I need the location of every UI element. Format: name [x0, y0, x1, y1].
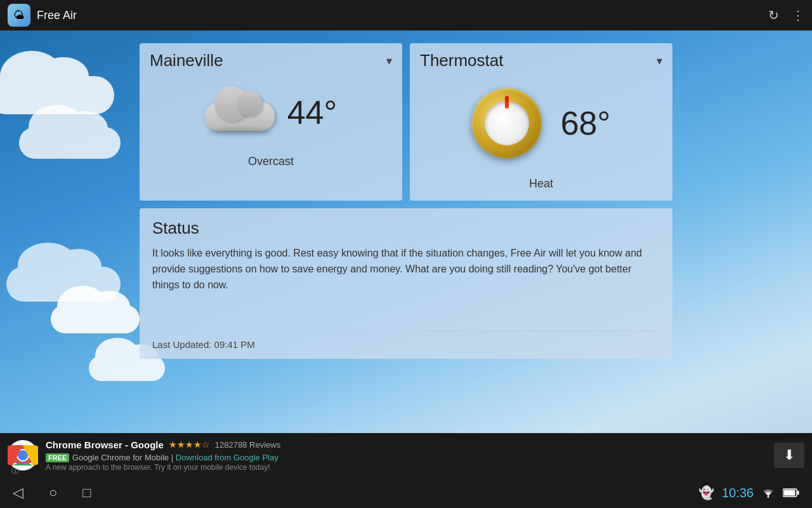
thermostat-device-name[interactable]: Thermostat — [420, 51, 504, 70]
weather-body: 44° — [140, 76, 402, 155]
thermostat-mode: Heat — [410, 177, 672, 201]
status-text: It looks like everything is good. Rest e… — [152, 246, 660, 331]
ad-stars: ★★★★☆ — [169, 439, 210, 450]
thermostat-temperature: 68° — [561, 104, 611, 142]
cloud-shadow — [208, 128, 272, 136]
svg-point-4 — [768, 496, 769, 498]
status-footer: Last Updated: 09:41 PM — [152, 331, 660, 359]
ad-download-link[interactable]: Download from Google Play — [176, 453, 278, 462]
top-bar: 🌤 Free Air ↻ ⋮ — [0, 0, 812, 30]
recent-apps-button[interactable]: □ — [82, 485, 91, 501]
ad-app-name: Chrome Browser - Google — [46, 439, 164, 450]
thermostat-card-header: Thermostat ▾ — [410, 43, 672, 76]
app-title: Free Air — [37, 9, 768, 22]
bottom-right: 👻 10:36 — [698, 485, 799, 500]
info-dot: ⓘ — [11, 465, 19, 476]
dial-indicator — [505, 96, 509, 109]
ad-subtitle-row: FREE Google Chrome for Mobile | Download… — [46, 451, 766, 463]
ad-free-badge: FREE — [46, 453, 69, 462]
ghost-icon: 👻 — [698, 485, 714, 500]
svg-rect-7 — [784, 490, 796, 496]
back-button[interactable]: ◁ — [13, 485, 23, 501]
weather-temperature: 44° — [287, 93, 337, 131]
ad-text-area: Chrome Browser - Google ★★★★☆ 1282788 Re… — [46, 439, 766, 472]
wifi-icon — [761, 487, 775, 498]
ad-title-row: Chrome Browser - Google ★★★★☆ 1282788 Re… — [46, 439, 766, 450]
main-content: Maineville ▾ 44° Overcast Thermostat ▾ — [0, 30, 812, 371]
cloud-shape — [205, 102, 275, 131]
weather-location[interactable]: Maineville — [150, 51, 223, 70]
ad-banner: Chrome Browser - Google ★★★★☆ 1282788 Re… — [0, 433, 812, 478]
svg-rect-6 — [797, 491, 799, 495]
cards-row: Maineville ▾ 44° Overcast Thermostat ▾ — [140, 43, 672, 201]
last-updated: Last Updated: 09:41 PM — [152, 339, 255, 350]
weather-cloud-icon — [205, 88, 275, 136]
nav-buttons: ◁ ○ □ — [13, 485, 91, 501]
thermostat-dial[interactable] — [472, 88, 542, 158]
status-title: Status — [152, 218, 660, 238]
thermostat-body: 68° — [410, 76, 672, 177]
weather-card-header: Maineville ▾ — [140, 43, 402, 76]
home-button[interactable]: ○ — [49, 485, 57, 501]
thermostat-dropdown-arrow[interactable]: ▾ — [657, 54, 662, 68]
ad-review-count: 1282788 Reviews — [215, 440, 280, 450]
weather-dropdown-arrow[interactable]: ▾ — [386, 54, 392, 68]
thermostat-card: Thermostat ▾ 68° Heat — [410, 43, 672, 201]
ad-download-button[interactable]: ⬇ — [774, 443, 804, 468]
weather-card: Maineville ▾ 44° Overcast — [140, 43, 402, 201]
menu-icon[interactable]: ⋮ — [792, 8, 804, 23]
clock-time: 10:36 — [722, 486, 754, 500]
bottom-bar: ◁ ○ □ 👻 10:36 — [0, 478, 812, 508]
refresh-icon[interactable]: ↻ — [768, 8, 779, 23]
status-card: Status It looks like everything is good.… — [140, 208, 672, 359]
top-bar-actions: ↻ ⋮ — [768, 8, 804, 23]
ad-description: A new approach to the browser. Try it on… — [46, 463, 766, 472]
ad-subtitle: Google Chrome for Mobile | Download from… — [72, 453, 278, 462]
app-icon-glyph: 🌤 — [13, 9, 25, 22]
battery-icon — [783, 488, 799, 497]
weather-condition: Overcast — [140, 155, 402, 178]
app-icon: 🌤 — [8, 4, 30, 27]
